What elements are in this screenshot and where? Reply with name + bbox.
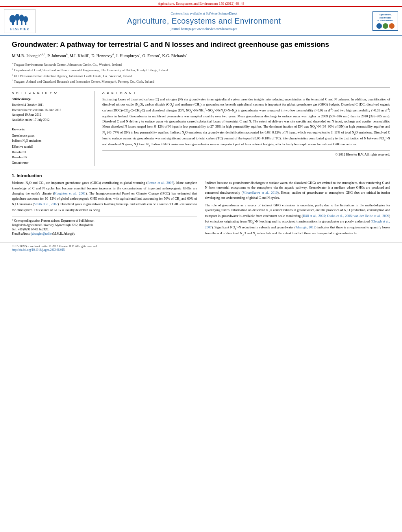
svg-point-1 xyxy=(9,15,16,23)
footer: 0167-8809/$ – see front matter © 2012 El… xyxy=(0,243,402,253)
footnote-tel: Tel.: +88 (0) 91 67401 6n2420. xyxy=(12,227,197,232)
keyword-3: Effective rainfall xyxy=(12,144,89,150)
footnote-email: E-mail address: jahangim@tcd.ie (M.M.R. … xyxy=(12,232,197,236)
homepage-link[interactable]: www.elsevier.com/locate/agee xyxy=(196,27,237,31)
divider-1 xyxy=(12,87,390,88)
article-title: Groundwater: A pathway for terrestrial C… xyxy=(12,40,390,49)
affiliation-b: b Department of Civil, Structural and En… xyxy=(12,67,390,73)
keyword-4: Dissolved C xyxy=(12,150,89,155)
keyword-2: Indirect N2O emissions xyxy=(12,138,89,144)
article-history: Article history: Received 4 October 2011… xyxy=(12,97,89,123)
received-date: Received 4 October 2011 xyxy=(12,103,44,107)
affiliation-a: a Teagasc Environment Research Centre, J… xyxy=(12,61,390,67)
email-label: E-mail address: xyxy=(12,232,31,235)
doi-link[interactable]: http://dx.doi.org/10.1016/j.agee.2012.06… xyxy=(12,248,65,252)
online-date: Available online 17 July 2012 xyxy=(12,118,50,122)
holl-ref[interactable]: Höll et al., 2005; Osaka et al., 2006; v… xyxy=(303,214,389,218)
footer-doi: http://dx.doi.org/10.1016/j.agee.2012.06… xyxy=(12,248,390,252)
footnote: * Corresponding author. Present address:… xyxy=(12,217,197,236)
houghton-ref[interactable]: Houghton et al., 2001 xyxy=(54,191,86,195)
intro-heading: 1. Introduction xyxy=(12,173,390,178)
accepted-date: Accepted 19 June 2012 xyxy=(12,113,41,117)
intro-para-3: The role of groundwater as a source of i… xyxy=(205,203,391,237)
intro-para-1: Methane, N2O and CO2 are important green… xyxy=(12,180,197,213)
email-author: (M.M.R. Jahangir). xyxy=(52,232,75,235)
journal-title: Agriculture, Ecosystems and Environment xyxy=(39,17,369,26)
affiliation-c: c UCD/Environmental Protection Agency, J… xyxy=(12,73,390,79)
sciverse-link[interactable]: SciVerse ScienceDirect xyxy=(206,11,237,15)
elsevier-logo: ELSEVIER xyxy=(4,9,35,33)
copyright-text: © 2012 Elsevier B.V. All rights reserved… xyxy=(102,150,390,156)
affiliations: a Teagasc Environment Research Centre, J… xyxy=(12,61,390,84)
sciverse-text: Contents lists available at SciVerse Sci… xyxy=(39,11,369,15)
elsevier-brand-text: ELSEVIER xyxy=(6,28,33,31)
divider-2 xyxy=(12,169,390,169)
journal-reference: Agriculture, Ecosystems and Environment … xyxy=(0,0,402,7)
email-address[interactable]: jahangim@tcd.ie xyxy=(31,232,52,235)
history-label: Article history: xyxy=(12,97,89,102)
logo-icon-green xyxy=(383,23,388,29)
keywords-section: Keywords: Greenhouse gases Indirect N2O … xyxy=(12,127,89,166)
keyword-1: Greenhouse gases xyxy=(12,133,89,139)
footer-issn: 0167-8809/$ – see front matter © 2012 El… xyxy=(12,245,390,248)
svg-point-3 xyxy=(15,14,20,21)
intro-left-col: Methane, N2O and CO2 are important green… xyxy=(12,180,197,239)
main-content: Groundwater: A pathway for terrestrial C… xyxy=(0,36,402,243)
logo-icon-orange xyxy=(389,23,395,29)
keyword-5: Dissolved N xyxy=(12,155,89,160)
svg-point-5 xyxy=(19,15,24,22)
journal-homepage: journal homepage: www.elsevier.com/locat… xyxy=(39,27,369,31)
keywords-label: Keywords: xyxy=(12,127,89,132)
smith-ref[interactable]: Smith et al., 2007 xyxy=(34,202,57,206)
svg-point-7 xyxy=(23,16,28,22)
journal-logo-icons xyxy=(374,23,397,29)
article-info-col: A R T I C L E I N F O Article history: R… xyxy=(12,91,94,166)
elsevier-logo-box: ELSEVIER xyxy=(4,9,35,33)
minamikawa-ref[interactable]: Minamikawa et al., 2010 xyxy=(243,191,278,195)
intro-para-2: 'indirect' because as groundwater discha… xyxy=(205,180,391,200)
elsevier-tree-icon xyxy=(8,11,31,26)
logo-icon-blue xyxy=(376,23,382,29)
abstract-text: Estimating losses of dissolved carbon (C… xyxy=(102,97,390,147)
footnote-corresponding: * Corresponding author. Present address:… xyxy=(12,219,197,228)
article-info-heading: A R T I C L E I N F O xyxy=(12,91,89,95)
intro-columns: Methane, N2O and CO2 are important green… xyxy=(12,180,390,239)
affiliation-d: d Teagasc, Animal and Grassland Research… xyxy=(12,78,390,84)
authors-line: M.M.R. Jahangira,b,*, P. Johnstonb, M.I.… xyxy=(12,52,390,59)
abstract-heading: A B S T R A C T xyxy=(102,91,390,95)
header-center: Contents lists available at SciVerse Sci… xyxy=(35,11,372,31)
article-info-abstract: A R T I C L E I N F O Article history: R… xyxy=(12,91,390,166)
abstract-col: A B S T R A C T Estimating losses of dis… xyxy=(102,91,390,166)
jahangir-ref[interactable]: Jahangir, 2012 xyxy=(296,225,315,229)
ferron-ref[interactable]: Ferron et al., 2007 xyxy=(147,181,173,185)
journal-logo-label: Agriculture,Ecosystems& Environment xyxy=(374,13,397,22)
journal-logo-box: Agriculture,Ecosystems& Environment xyxy=(372,11,398,31)
intro-right-col: 'indirect' because as groundwater discha… xyxy=(205,180,391,239)
revised-date: Received in revised form 18 June 2012 xyxy=(12,108,61,112)
keyword-6: Groundwater xyxy=(12,160,89,166)
journal-header: ELSEVIER Contents lists available at Sci… xyxy=(0,7,402,36)
